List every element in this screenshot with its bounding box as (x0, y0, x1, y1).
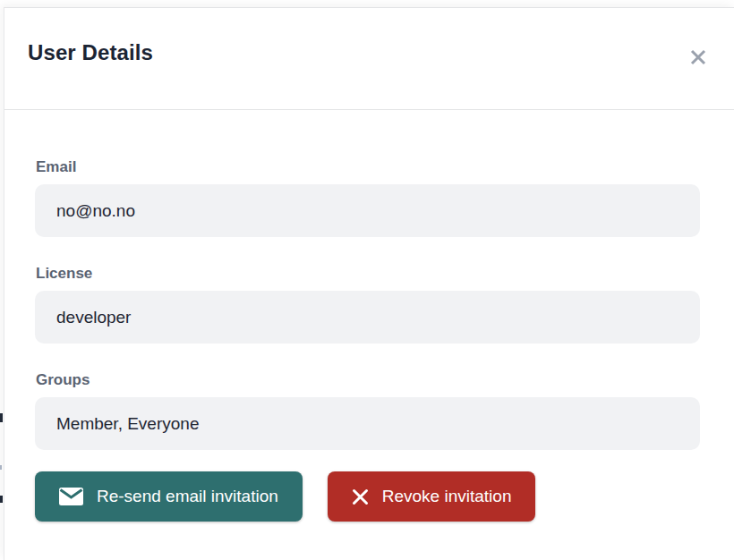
x-icon (352, 488, 369, 505)
resend-email-invitation-button[interactable]: Re-send email invitation (35, 471, 303, 522)
revoke-button-label: Revoke invitation (382, 487, 512, 506)
close-button[interactable] (682, 42, 714, 74)
email-field-group: Email no@no.no (35, 158, 700, 237)
license-value: developer (56, 308, 131, 327)
page-title: User Details (28, 40, 734, 65)
license-field[interactable]: developer (35, 291, 700, 344)
modal-header: User Details (4, 8, 734, 110)
user-details-modal: User Details Email no@no.no License deve… (4, 7, 734, 560)
background-fragment (0, 496, 3, 503)
email-label: Email (36, 158, 700, 176)
groups-field[interactable]: Member, Everyone (35, 397, 700, 450)
email-value: no@no.no (56, 201, 135, 221)
resend-button-label: Re-send email invitation (97, 487, 278, 506)
envelope-icon (59, 488, 83, 505)
groups-value: Member, Everyone (56, 414, 199, 434)
license-field-group: License developer (35, 265, 700, 344)
revoke-invitation-button[interactable]: Revoke invitation (328, 471, 536, 522)
modal-body: Email no@no.no License developer Groups … (4, 110, 734, 522)
groups-field-group: Groups Member, Everyone (35, 371, 700, 450)
background-fragment (0, 465, 2, 470)
license-label: License (36, 265, 700, 283)
groups-label: Groups (36, 371, 700, 389)
action-buttons-row: Re-send email invitation Revoke invitati… (35, 471, 700, 522)
close-icon (688, 47, 708, 70)
email-field[interactable]: no@no.no (35, 184, 700, 237)
background-fragment (0, 413, 3, 422)
